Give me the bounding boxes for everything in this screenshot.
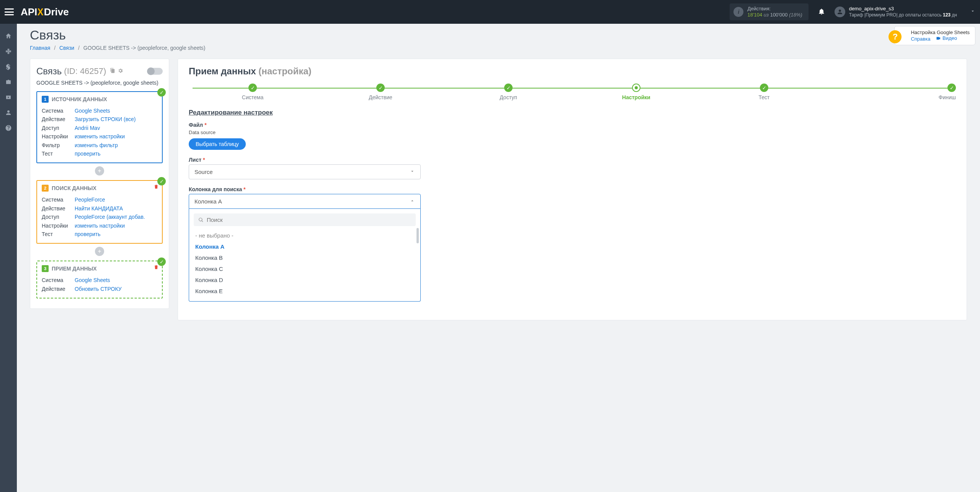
actions-pct: (18%) xyxy=(789,12,802,18)
column-select[interactable]: Колонка A xyxy=(189,194,421,209)
search-icon xyxy=(198,217,204,223)
sheet-label: Лист xyxy=(189,157,201,163)
sheet-select[interactable]: Source xyxy=(189,164,421,179)
trash-icon[interactable] xyxy=(154,184,159,190)
card1-action[interactable]: Загрузить СТРОКИ (все) xyxy=(75,115,136,123)
column-label: Колонка для поиска xyxy=(189,186,242,192)
nav-video-icon[interactable] xyxy=(0,90,17,105)
scrollbar[interactable] xyxy=(416,228,419,243)
card-title: ИСТОЧНИК ДАННЫХ xyxy=(52,96,107,102)
card1-access[interactable]: Andrii Mav xyxy=(75,124,100,132)
left-panel: Связь (ID: 46257) GOOGLE SHEETS -> (peop… xyxy=(30,59,169,309)
step-dot[interactable]: ✓ xyxy=(248,84,257,92)
check-icon: ✓ xyxy=(157,88,166,97)
dropdown-option-selected[interactable]: Колонка A xyxy=(194,241,416,252)
breadcrumb-links[interactable]: Связи xyxy=(59,45,74,51)
step-dot[interactable]: ✓ xyxy=(760,84,768,92)
card-title: ПОИСК ДАННЫХ xyxy=(52,185,96,191)
breadcrumb: Главная / Связи / GOOGLE SHEETS -> (peop… xyxy=(30,45,967,51)
leftbar xyxy=(0,24,17,332)
dropdown-option[interactable]: Колонка E xyxy=(194,285,416,297)
step-dot[interactable]: ✓ xyxy=(376,84,385,92)
help-link-doc[interactable]: Справка xyxy=(911,36,930,42)
column-value: Колонка A xyxy=(194,198,222,205)
dropdown-option[interactable]: - не выбрано - xyxy=(194,230,416,241)
card2-test[interactable]: проверить xyxy=(75,230,101,238)
file-label: Файл xyxy=(189,122,203,128)
hamburger-icon[interactable] xyxy=(5,8,14,15)
stepper: ✓Система ✓Действие ✓Доступ Настройки ✓Те… xyxy=(189,84,956,100)
card3-system[interactable]: Google Sheets xyxy=(75,276,110,284)
conn-title: Связь xyxy=(36,66,62,77)
nav-billing-icon[interactable] xyxy=(0,59,17,74)
logo-text-x: X xyxy=(38,6,44,18)
page-title: Связь xyxy=(30,28,967,43)
nav-home-icon[interactable] xyxy=(0,28,17,44)
step-dot-active[interactable] xyxy=(632,84,640,92)
help-link-video[interactable]: Видео xyxy=(936,35,957,41)
step-label: Финиш xyxy=(828,94,956,100)
actions-counter[interactable]: i Действия: 18'104 из 100'000 (18%) xyxy=(730,3,808,21)
sheet-value: Source xyxy=(194,169,213,175)
topbar: APIXDrive i Действия: 18'104 из 100'000 … xyxy=(0,0,980,24)
nav-briefcase-icon[interactable] xyxy=(0,74,17,90)
card1-filter[interactable]: изменить фильтр xyxy=(75,141,118,149)
right-title: Прием данных xyxy=(189,66,256,76)
step-label: Доступ xyxy=(444,94,572,100)
nav-help-icon[interactable] xyxy=(0,120,17,136)
trash-icon[interactable] xyxy=(154,264,159,271)
user-name: demo_apix-drive_s3 xyxy=(849,6,957,12)
bell-icon[interactable] xyxy=(818,8,825,16)
card2-settings[interactable]: изменить настройки xyxy=(75,221,125,230)
card-source: ✓ 1ИСТОЧНИК ДАННЫХ СистемаGoogle Sheets … xyxy=(36,91,163,163)
card-search: ✓ 2ПОИСК ДАННЫХ СистемаPeopleForce Дейст… xyxy=(36,180,163,244)
actions-of: из xyxy=(764,12,769,18)
help-question-icon[interactable]: ? xyxy=(889,30,902,43)
actions-limit: 100'000 xyxy=(770,12,788,18)
logo-text-b: Drive xyxy=(44,6,69,18)
right-sub: (настройка) xyxy=(258,66,311,76)
card-dest: ✓ 3ПРИЕМ ДАННЫХ СистемаGoogle Sheets Дей… xyxy=(36,261,163,298)
dropdown-option[interactable]: Колонка D xyxy=(194,274,416,285)
copy-icon[interactable] xyxy=(110,68,115,75)
step-dot[interactable]: ✓ xyxy=(504,84,513,92)
card2-action[interactable]: Найти КАНДИДАТА xyxy=(75,204,123,213)
user-menu[interactable]: demo_apix-drive_s3 Тариф |Премиум PRO| д… xyxy=(835,6,975,18)
dropdown-option[interactable]: Колонка B xyxy=(194,252,416,263)
step-label: Тест xyxy=(700,94,828,100)
help-box: ? Настройка Google Sheets Справка Видео xyxy=(894,26,975,45)
step-label: Действие xyxy=(317,94,444,100)
search-input[interactable] xyxy=(207,216,411,223)
add-step-button[interactable]: + xyxy=(95,166,104,175)
avatar-icon xyxy=(835,7,845,17)
step-dot[interactable]: ✓ xyxy=(947,84,956,92)
card-title: ПРИЕМ ДАННЫХ xyxy=(52,266,97,272)
actions-label: Действия: xyxy=(747,6,802,12)
tariff-text: Тариф |Премиум PRO| до оплаты осталось xyxy=(849,12,943,18)
nav-profile-icon[interactable] xyxy=(0,105,17,120)
info-icon: i xyxy=(733,7,743,17)
nav-links-icon[interactable] xyxy=(0,44,17,59)
conn-subtitle: GOOGLE SHEETS -> (peopleforce, google sh… xyxy=(36,80,163,86)
breadcrumb-current: GOOGLE SHEETS -> (peopleforce, google sh… xyxy=(83,45,206,51)
column-dropdown: - не выбрано - Колонка A Колонка B Колон… xyxy=(189,209,421,302)
card2-system[interactable]: PeopleForce xyxy=(75,195,105,204)
file-value: Data source xyxy=(189,130,956,135)
dropdown-search[interactable] xyxy=(194,213,416,226)
add-step-button[interactable]: + xyxy=(95,247,104,256)
card1-system[interactable]: Google Sheets xyxy=(75,107,110,115)
logo[interactable]: APIXDrive xyxy=(21,6,69,18)
conn-id: (ID: 46257) xyxy=(64,66,106,76)
breadcrumb-home[interactable]: Главная xyxy=(30,45,50,51)
card2-access[interactable]: PeopleForce (аккаунт добав. xyxy=(75,213,145,221)
card1-settings[interactable]: изменить настройки xyxy=(75,132,125,141)
card1-test[interactable]: проверить xyxy=(75,149,101,158)
chevron-up-icon xyxy=(410,198,415,205)
dropdown-option[interactable]: Колонка C xyxy=(194,263,416,274)
choose-table-button[interactable]: Выбрать таблицу xyxy=(189,138,246,150)
gear-icon[interactable] xyxy=(118,68,123,75)
card3-action[interactable]: Обновить СТРОКУ xyxy=(75,285,122,293)
days-num: 123 xyxy=(943,12,951,18)
right-panel: Прием данных (настройка) ✓Система ✓Дейст… xyxy=(178,59,967,320)
enable-toggle[interactable] xyxy=(147,68,163,75)
